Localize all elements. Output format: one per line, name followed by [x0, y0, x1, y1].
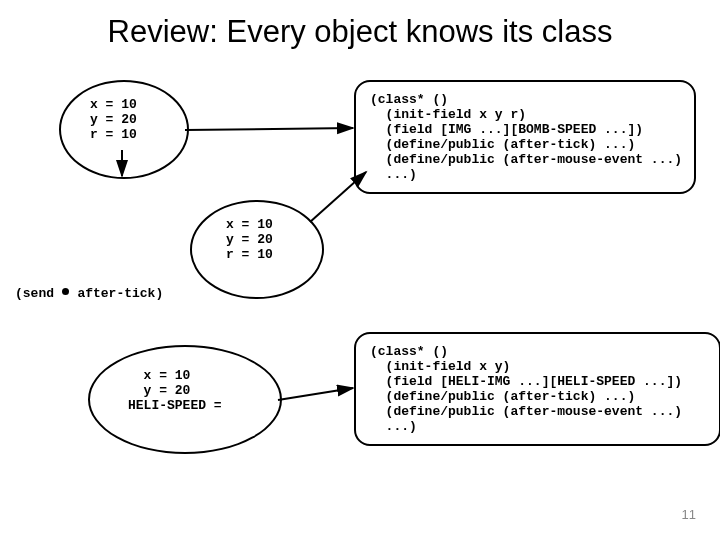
page-number: 11: [682, 507, 696, 522]
class-box-2: (class* () (init-field x y) (field [HELI…: [354, 332, 720, 446]
page-title: Review: Every object knows its class: [0, 14, 720, 50]
send-expression: (send after-tick): [15, 286, 163, 301]
object-fields-2: x = 10 y = 20 r = 10: [226, 217, 273, 262]
class-code-2: (class* () (init-field x y) (field [HELI…: [370, 344, 705, 434]
send-dot-icon: [62, 288, 69, 295]
svg-line-0: [185, 128, 353, 130]
svg-line-2: [278, 388, 353, 400]
object-fields-1: x = 10 y = 20 r = 10: [90, 97, 137, 142]
class-box-1: (class* () (init-field x y r) (field [IM…: [354, 80, 696, 194]
object-fields-3: x = 10 y = 20 HELI-SPEED =: [128, 368, 222, 413]
class-code-1: (class* () (init-field x y r) (field [IM…: [370, 92, 680, 182]
